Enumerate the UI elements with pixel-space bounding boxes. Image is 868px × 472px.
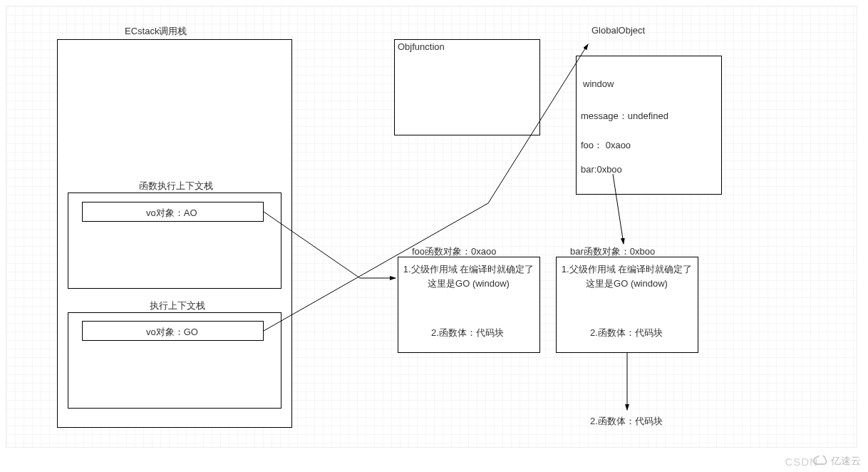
objfunction-title: Objfunction xyxy=(398,41,445,52)
brand-logo: 亿速云 xyxy=(813,455,861,468)
go-bar: bar:0xboo xyxy=(581,164,622,175)
bar-line1: 1.父级作用域 在编译时就确定了 这里是GO (window) xyxy=(561,262,693,290)
globalobject-title: GlobalObject xyxy=(591,25,645,36)
foo-line2: 2.函数体：代码块 xyxy=(431,327,504,339)
go-message: message：undefined xyxy=(581,110,668,123)
ecstack-title: ECstack调用栈 xyxy=(125,25,187,38)
exec-ctx-vo: vo对象：GO xyxy=(146,326,198,339)
func-ctx-vo: vo对象：AO xyxy=(146,207,197,220)
objfunction-box xyxy=(394,39,540,135)
bar-line2: 2.函数体：代码块 xyxy=(590,327,663,339)
foo-line1: 1.父级作用域 在编译时就确定了 这里是GO (window) xyxy=(403,262,534,290)
go-foo: foo： 0xaoo xyxy=(581,139,631,152)
go-window: window xyxy=(583,78,614,89)
floating-label: 2.函数体：代码块 xyxy=(590,415,663,428)
brand-text: 亿速云 xyxy=(831,455,861,468)
func-ctx-title: 函数执行上下文栈 xyxy=(139,180,213,193)
exec-ctx-title: 执行上下文栈 xyxy=(150,299,205,312)
